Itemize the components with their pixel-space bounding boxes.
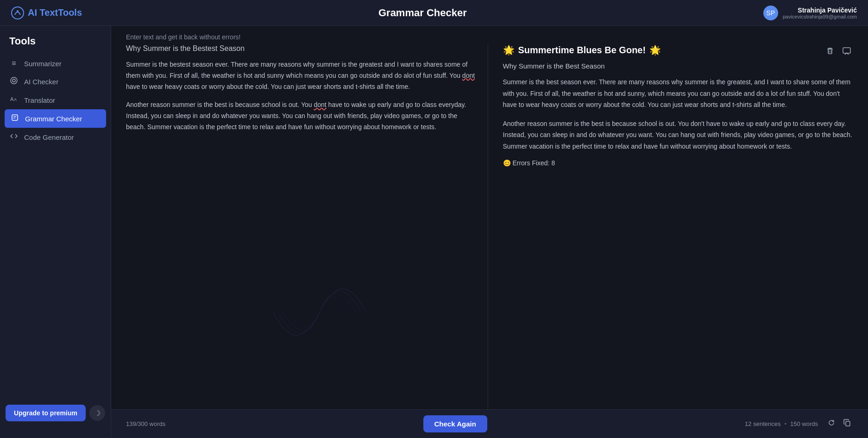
user-name: Strahinja Pavičević xyxy=(783,6,857,14)
background-decoration xyxy=(250,243,389,382)
svg-point-1 xyxy=(17,10,19,12)
word-count-output: 150 words xyxy=(790,420,818,427)
user-profile: SP Strahinja Pavičević pavicevicstrahinj… xyxy=(763,6,857,20)
output-subtitle: Why Summer is the Best Season xyxy=(503,62,854,70)
output-header: 🌟 Summertime Blues Be Gone! 🌟 xyxy=(503,44,854,56)
word-count: 139/300 words xyxy=(126,420,165,427)
subtitle-text: Enter text and get it back without error… xyxy=(126,33,240,41)
delete-button[interactable] xyxy=(824,44,837,60)
bottom-bar: 139/300 words Check Again 12 sentences •… xyxy=(111,409,868,438)
refresh-button[interactable] xyxy=(825,417,837,431)
content-area: Enter text and get it back without error… xyxy=(111,26,868,438)
user-info: Strahinja Pavičević pavicevicstrahinja99… xyxy=(783,6,857,19)
sun-icon-right: 🌟 xyxy=(649,44,661,56)
svg-rect-6 xyxy=(12,115,18,120)
chat-button[interactable] xyxy=(840,44,853,60)
theme-toggle-button[interactable]: ☽ xyxy=(89,405,105,421)
output-panel: 🌟 Summertime Blues Be Gone! 🌟 Why Summer… xyxy=(488,44,854,409)
stats-separator: • xyxy=(784,420,786,427)
input-panel: Why Summer is the Bestest Season Summer … xyxy=(126,44,488,409)
upgrade-button[interactable]: Upgrade to premium xyxy=(6,405,86,421)
sidebar-title: Tools xyxy=(0,35,111,55)
sidebar-item-ai-checker[interactable]: AI Checker xyxy=(0,72,111,91)
sidebar-item-code-generator[interactable]: Code Generator xyxy=(0,128,111,146)
logo-icon xyxy=(11,6,24,19)
top-right-icons xyxy=(824,44,853,60)
svg-text:A: A xyxy=(14,97,17,102)
input-title: Why Summer is the Bestest Season xyxy=(126,44,477,53)
bottom-icons xyxy=(825,417,853,431)
sidebar-item-label: Summarizer xyxy=(24,60,62,68)
stats-text: 12 sentences • 150 words xyxy=(745,420,818,427)
translator-icon: A A xyxy=(9,95,19,105)
output-paragraph-1: Summer is the best season ever. There ar… xyxy=(503,76,854,111)
svg-point-3 xyxy=(13,79,15,82)
errors-fixed-text: 😊 Errors Fixed: 8 xyxy=(503,159,555,167)
user-email: pavicevicstrahinja99@gmail.com xyxy=(783,14,857,19)
sidebar-item-label: Grammar Checker xyxy=(25,115,82,123)
page-title: Grammar Checker xyxy=(378,7,467,19)
sidebar-item-summarizer[interactable]: ≡ Summarizer xyxy=(0,55,111,72)
bottom-right: 12 sentences • 150 words xyxy=(745,417,853,431)
svg-rect-13 xyxy=(846,421,850,426)
input-body[interactable]: Summer is the bestest season ever. There… xyxy=(126,59,477,140)
grammar-checker-icon xyxy=(10,114,19,123)
logo: AI TextTools xyxy=(11,6,82,19)
main-layout: Tools ≡ Summarizer AI Checker A A Transl… xyxy=(0,26,868,438)
editor-container: Why Summer is the Bestest Season Summer … xyxy=(111,44,868,409)
svg-point-0 xyxy=(12,7,24,19)
bottom-left: 139/300 words xyxy=(126,420,165,427)
input-paragraph-1: Summer is the bestest season ever. There… xyxy=(126,59,477,92)
sidebar: Tools ≡ Summarizer AI Checker A A Transl… xyxy=(0,26,111,438)
sidebar-item-translator[interactable]: A A Translator xyxy=(0,91,111,109)
svg-rect-9 xyxy=(828,49,832,54)
summarizer-icon: ≡ xyxy=(9,59,19,68)
avatar: SP xyxy=(763,6,778,20)
errors-fixed: 😊 Errors Fixed: 8 xyxy=(503,159,854,167)
code-generator-icon xyxy=(9,132,19,142)
output-header-text: Summertime Blues Be Gone! xyxy=(518,45,646,56)
output-body: Summer is the best season ever. There ar… xyxy=(503,76,854,152)
header: AI TextTools Grammar Checker SP Strahinj… xyxy=(0,0,868,26)
error-word-dont: dont xyxy=(462,72,475,79)
sidebar-item-label: AI Checker xyxy=(24,78,58,86)
check-again-button[interactable]: Check Again xyxy=(423,415,487,432)
svg-point-2 xyxy=(11,77,17,84)
theme-icon: ☽ xyxy=(94,409,101,418)
error-word-dont2: dont xyxy=(314,101,326,108)
sidebar-item-grammar-checker[interactable]: Grammar Checker xyxy=(5,109,106,128)
sidebar-bottom: Upgrade to premium ☽ xyxy=(0,397,111,429)
sentence-count: 12 sentences xyxy=(745,420,780,427)
copy-button[interactable] xyxy=(841,417,853,431)
svg-text:A: A xyxy=(10,96,14,102)
input-paragraph-2: Another reason summer is the best is bec… xyxy=(126,100,477,132)
subtitle-bar: Enter text and get it back without error… xyxy=(111,26,868,44)
logo-text: AI TextTools xyxy=(28,7,82,18)
sidebar-item-label: Code Generator xyxy=(24,133,74,141)
output-paragraph-2: Another reason summer is the best is bec… xyxy=(503,118,854,152)
sun-icon-left: 🌟 xyxy=(503,44,515,56)
sidebar-item-label: Translator xyxy=(24,96,55,104)
ai-checker-icon xyxy=(9,77,19,86)
